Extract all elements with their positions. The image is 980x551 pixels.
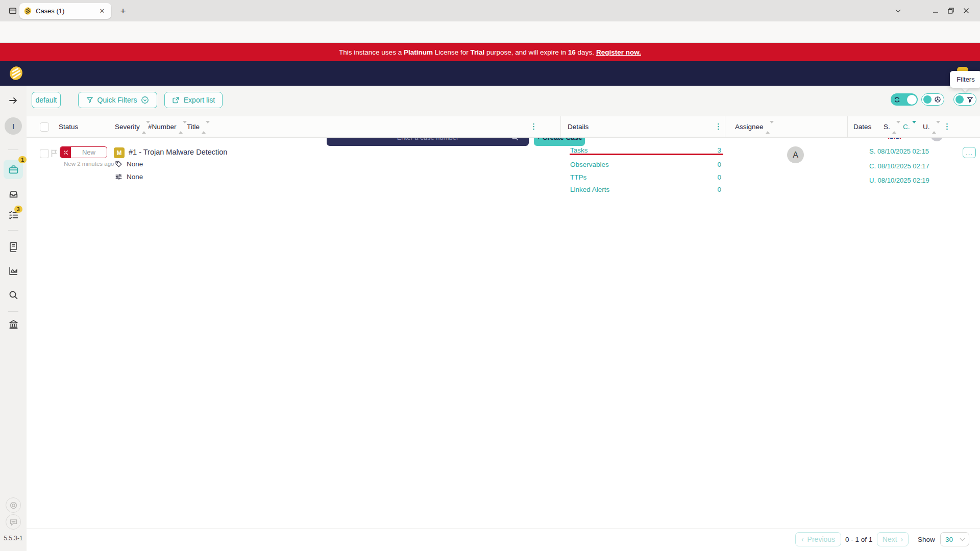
browser-nav-bar: http://localhost:9000/cases: [0, 21, 980, 43]
details-column-menu-icon[interactable]: ⋮: [715, 123, 722, 130]
sidebar-expand-arrow-icon[interactable]: [0, 96, 27, 105]
updated-date: U. 08/10/2025 02:19: [869, 177, 929, 184]
details-ttps[interactable]: TTPs0: [570, 173, 721, 181]
tags-line: None: [115, 160, 143, 168]
sidebar-item-search-icon[interactable]: [0, 290, 27, 300]
column-header-assignee[interactable]: Assignee: [735, 123, 774, 131]
created-date: C. 08/10/2025 02:17: [869, 162, 929, 170]
close-window-button[interactable]: [961, 6, 972, 16]
details-linked-alerts[interactable]: Linked Alerts0: [570, 186, 721, 193]
sliders-icon: [115, 173, 122, 181]
screen: Cases (1) ✕ +: [0, 0, 980, 551]
browser-tab-bar: Cases (1) ✕ +: [0, 0, 980, 21]
minimize-button[interactable]: [930, 6, 941, 16]
organisation-avatar[interactable]: I: [0, 117, 27, 135]
register-now-link[interactable]: Register now.: [596, 48, 641, 56]
license-banner: This instance uses a Platinum License fo…: [0, 43, 980, 61]
thehive-favicon: [23, 7, 32, 15]
sidebar-item-cases[interactable]: 1: [4, 160, 23, 179]
tab-close-icon[interactable]: ✕: [97, 6, 107, 16]
support-button[interactable]: [0, 497, 27, 513]
pagination-range: 0 - 1 of 1: [845, 536, 872, 543]
toggle-knob: [923, 95, 932, 104]
banner-text: This instance uses a Platinum License fo…: [339, 48, 594, 56]
column-header-startdate[interactable]: S.: [884, 123, 900, 131]
case-title-link[interactable]: #1 - Trojan Malware Detection: [129, 148, 227, 156]
stats-toggle[interactable]: [921, 93, 944, 106]
next-page-button[interactable]: Next ›: [877, 532, 909, 546]
column-separator: [560, 116, 561, 138]
row-checkbox[interactable]: [40, 149, 49, 158]
export-icon: [172, 96, 180, 104]
browser-tab[interactable]: Cases (1) ✕: [19, 3, 111, 19]
sidebar-divider: [8, 149, 18, 150]
sidebar-item-tasks[interactable]: 3: [0, 209, 27, 220]
column-header-status[interactable]: Status: [59, 123, 78, 131]
sidebar-divider: [8, 311, 18, 312]
toggle-knob: [955, 95, 964, 104]
custom-fields-value: None: [127, 173, 143, 181]
column-header-dates[interactable]: Dates: [853, 123, 871, 131]
chevron-down-circle-icon: [141, 96, 149, 104]
column-header-details[interactable]: Details: [568, 123, 589, 131]
flag-icon[interactable]: [50, 148, 58, 158]
tag-icon: [115, 160, 122, 168]
select-all-checkbox[interactable]: [40, 122, 49, 132]
chevron-down-icon: [960, 536, 965, 541]
column-header-title[interactable]: Title: [187, 123, 210, 131]
sidebar-item-organisation-icon[interactable]: [0, 319, 27, 330]
title-column-menu-icon[interactable]: ⋮: [530, 123, 537, 130]
assignee-avatar[interactable]: A: [787, 146, 804, 163]
pie-chart-icon: [933, 96, 942, 103]
show-label: Show: [918, 536, 935, 543]
quick-filters-button[interactable]: Quick Filters: [78, 92, 157, 108]
dates-column-menu-icon[interactable]: ⋮: [943, 123, 951, 130]
sidebar-item-dashboards-icon[interactable]: [0, 265, 27, 276]
tab-list-chevron-icon[interactable]: [892, 6, 903, 16]
new-tab-button[interactable]: +: [116, 5, 130, 18]
app-header: Cases + Create Case ? A: [0, 61, 980, 86]
restore-button[interactable]: [945, 6, 957, 16]
sidebar-divider: [8, 230, 18, 231]
export-list-button[interactable]: Export list: [164, 92, 223, 108]
tab-strip-icon[interactable]: [7, 5, 19, 16]
funnel-icon: [965, 96, 974, 103]
column-separator: [725, 116, 725, 138]
details-observables[interactable]: Observables0: [570, 161, 721, 168]
status-icon: [60, 147, 71, 158]
sidebar: [0, 86, 27, 551]
status-label: New: [71, 147, 107, 158]
page-size-value: 30: [945, 536, 953, 543]
thehive-logo[interactable]: [8, 65, 24, 81]
page-size-select[interactable]: 30: [940, 532, 969, 546]
column-separator: [110, 116, 110, 138]
chevron-right-icon: ›: [901, 535, 903, 543]
tab-title: Cases (1): [36, 7, 97, 15]
column-header-updated[interactable]: U.: [923, 123, 940, 131]
default-filter-button[interactable]: default: [32, 92, 61, 108]
column-header-created[interactable]: C.: [903, 123, 916, 131]
status-subtext: New 2 minutes ago: [64, 161, 114, 167]
case-status-selector[interactable]: New: [60, 146, 107, 158]
details-tasks[interactable]: Tasks3: [570, 146, 721, 154]
sidebar-item-knowledge-icon[interactable]: [0, 241, 27, 252]
start-date: S. 08/10/2025 02:15: [869, 147, 929, 155]
refresh-icon: [892, 96, 902, 103]
tasks-progress-bar: [570, 154, 723, 155]
live-refresh-toggle[interactable]: [891, 93, 918, 106]
previous-page-button[interactable]: ‹ Previous: [795, 532, 841, 546]
column-header-severity[interactable]: Severity: [115, 123, 150, 131]
row-actions-button[interactable]: ...: [963, 147, 976, 158]
app-version: 5.5.3-1: [0, 535, 27, 542]
sidebar-item-alerts[interactable]: [0, 188, 27, 199]
tags-value: None: [127, 160, 143, 168]
column-separator: [847, 116, 848, 138]
filters-tooltip: Filters: [950, 71, 980, 88]
severity-badge[interactable]: M: [114, 147, 125, 158]
filters-toggle[interactable]: [953, 93, 976, 106]
toggle-knob: [907, 95, 917, 105]
feedback-chat-button[interactable]: [0, 514, 27, 530]
column-header-number[interactable]: #Number: [148, 123, 187, 131]
tasks-count-badge: 3: [14, 206, 22, 213]
chevron-left-icon: ‹: [801, 535, 804, 543]
